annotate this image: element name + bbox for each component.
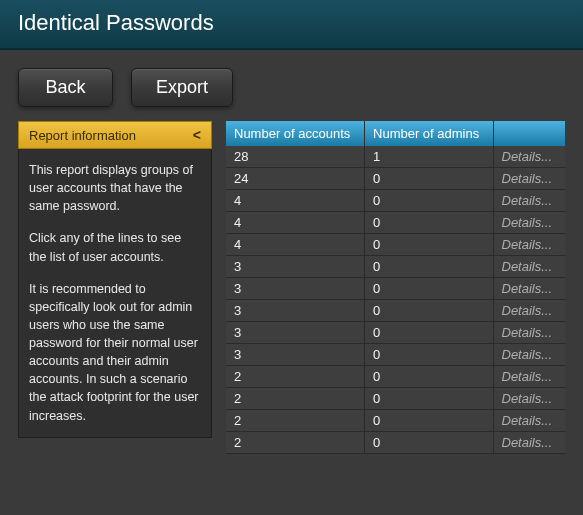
details-link[interactable]: Details...	[493, 278, 565, 300]
collapse-icon[interactable]: <	[193, 127, 201, 143]
cell-admins: 0	[365, 278, 493, 300]
cell-accounts: 3	[226, 300, 365, 322]
table-row[interactable]: 30Details...	[226, 300, 565, 322]
table-row[interactable]: 281Details...	[226, 146, 565, 168]
cell-admins: 0	[365, 410, 493, 432]
details-link[interactable]: Details...	[493, 432, 565, 454]
cell-accounts: 28	[226, 146, 365, 168]
report-info-title: Report information	[29, 128, 136, 143]
cell-admins: 0	[365, 168, 493, 190]
cell-admins: 0	[365, 234, 493, 256]
col-header-accounts[interactable]: Number of accounts	[226, 121, 365, 146]
report-info-body: This report displays groups of user acco…	[18, 149, 212, 438]
cell-admins: 0	[365, 432, 493, 454]
table-row[interactable]: 30Details...	[226, 344, 565, 366]
back-button[interactable]: Back	[18, 68, 113, 107]
export-button[interactable]: Export	[131, 68, 233, 107]
details-link[interactable]: Details...	[493, 256, 565, 278]
results-table-wrap: Number of accounts Number of admins 281D…	[226, 121, 565, 454]
table-row[interactable]: 20Details...	[226, 366, 565, 388]
cell-admins: 0	[365, 322, 493, 344]
cell-admins: 0	[365, 366, 493, 388]
cell-admins: 0	[365, 344, 493, 366]
report-info-paragraph: This report displays groups of user acco…	[29, 161, 201, 215]
results-table: Number of accounts Number of admins 281D…	[226, 121, 565, 454]
cell-accounts: 3	[226, 322, 365, 344]
table-row[interactable]: 240Details...	[226, 168, 565, 190]
table-header-row: Number of accounts Number of admins	[226, 121, 565, 146]
col-header-details	[493, 121, 565, 146]
cell-admins: 0	[365, 256, 493, 278]
table-row[interactable]: 40Details...	[226, 212, 565, 234]
details-link[interactable]: Details...	[493, 344, 565, 366]
details-link[interactable]: Details...	[493, 234, 565, 256]
col-header-admins[interactable]: Number of admins	[365, 121, 493, 146]
table-row[interactable]: 20Details...	[226, 432, 565, 454]
details-link[interactable]: Details...	[493, 300, 565, 322]
cell-admins: 0	[365, 300, 493, 322]
details-link[interactable]: Details...	[493, 410, 565, 432]
table-row[interactable]: 20Details...	[226, 410, 565, 432]
cell-accounts: 24	[226, 168, 365, 190]
details-link[interactable]: Details...	[493, 168, 565, 190]
sidebar: Report information < This report display…	[18, 121, 212, 454]
report-info-paragraph: It is recommended to specifically look o…	[29, 280, 201, 425]
table-row[interactable]: 30Details...	[226, 256, 565, 278]
details-link[interactable]: Details...	[493, 146, 565, 168]
cell-accounts: 4	[226, 234, 365, 256]
cell-accounts: 2	[226, 410, 365, 432]
cell-admins: 0	[365, 190, 493, 212]
table-row[interactable]: 40Details...	[226, 234, 565, 256]
cell-admins: 0	[365, 212, 493, 234]
toolbar: Back Export	[0, 50, 583, 121]
content-area: Report information < This report display…	[0, 121, 583, 454]
cell-accounts: 2	[226, 366, 365, 388]
cell-admins: 0	[365, 388, 493, 410]
cell-accounts: 2	[226, 388, 365, 410]
report-info-paragraph: Click any of the lines to see the list o…	[29, 229, 201, 265]
details-link[interactable]: Details...	[493, 388, 565, 410]
cell-accounts: 4	[226, 190, 365, 212]
details-link[interactable]: Details...	[493, 212, 565, 234]
table-row[interactable]: 30Details...	[226, 278, 565, 300]
cell-accounts: 2	[226, 432, 365, 454]
page-header: Identical Passwords	[0, 0, 583, 50]
cell-accounts: 3	[226, 278, 365, 300]
details-link[interactable]: Details...	[493, 322, 565, 344]
report-info-header[interactable]: Report information <	[18, 121, 212, 149]
details-link[interactable]: Details...	[493, 366, 565, 388]
cell-accounts: 3	[226, 344, 365, 366]
page-title: Identical Passwords	[18, 10, 565, 36]
table-row[interactable]: 30Details...	[226, 322, 565, 344]
cell-accounts: 3	[226, 256, 365, 278]
cell-admins: 1	[365, 146, 493, 168]
cell-accounts: 4	[226, 212, 365, 234]
table-row[interactable]: 40Details...	[226, 190, 565, 212]
table-row[interactable]: 20Details...	[226, 388, 565, 410]
details-link[interactable]: Details...	[493, 190, 565, 212]
